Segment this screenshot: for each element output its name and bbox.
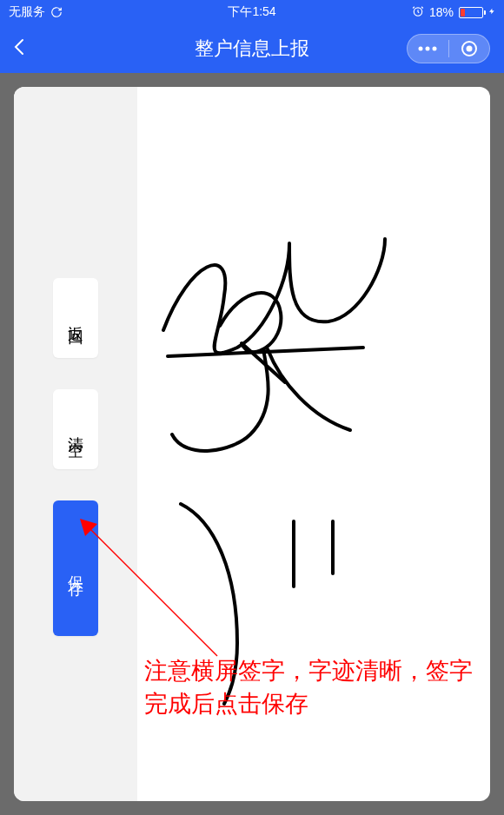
svg-point-3 xyxy=(433,47,437,51)
back-button[interactable] xyxy=(14,38,24,59)
status-right: 18% xyxy=(412,5,495,20)
chevron-left-icon xyxy=(14,38,24,56)
capsule-close-button[interactable] xyxy=(449,35,490,63)
page-title: 整户信息上报 xyxy=(195,36,309,62)
svg-point-1 xyxy=(419,47,423,51)
charging-icon xyxy=(488,5,495,20)
mini-program-capsule xyxy=(407,34,490,63)
status-time: 下午1:54 xyxy=(228,4,275,20)
svg-point-2 xyxy=(426,47,430,51)
capsule-menu-button[interactable] xyxy=(408,35,448,63)
back-action-button[interactable]: 返回 xyxy=(53,278,98,358)
battery-percent: 18% xyxy=(429,5,454,19)
clear-button[interactable]: 清空 xyxy=(53,389,98,469)
save-button[interactable]: 保存 xyxy=(53,500,98,636)
dots-icon xyxy=(418,46,437,51)
target-icon xyxy=(461,40,478,57)
nav-bar: 整户信息上报 xyxy=(0,24,504,73)
button-column: 返回 清空 保存 xyxy=(14,87,137,801)
alarm-icon xyxy=(412,5,424,20)
status-bar: 无服务 下午1:54 18% xyxy=(0,0,504,24)
battery-icon xyxy=(459,7,483,18)
service-text: 无服务 xyxy=(9,4,45,20)
svg-point-5 xyxy=(466,46,472,52)
annotation-text: 注意横屏签字，字迹清晰，签字完成后点击保存 xyxy=(144,655,474,721)
sync-icon xyxy=(50,6,63,18)
status-left: 无服务 xyxy=(9,4,63,20)
